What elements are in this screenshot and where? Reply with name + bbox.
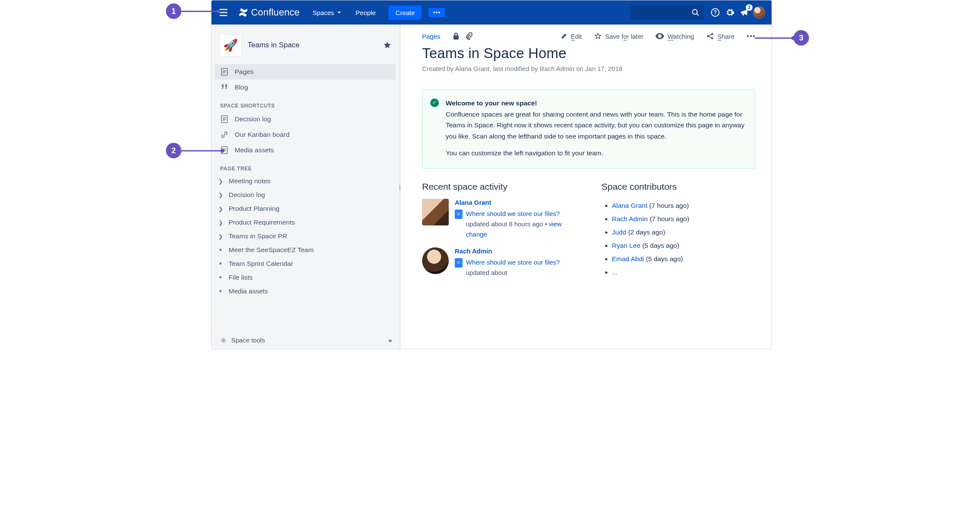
- contributor-item: Rach Admin (7 hours ago): [612, 212, 756, 225]
- svg-point-15: [747, 35, 749, 37]
- shortcut-item[interactable]: Our Kanban board: [211, 127, 399, 142]
- contributor-when: (5 days ago): [646, 255, 683, 262]
- space-name[interactable]: Teams in Space: [248, 41, 377, 49]
- space-logo[interactable]: 🚀: [219, 34, 242, 56]
- space-header: 🚀 Teams in Space: [211, 31, 399, 64]
- contributor-when: (7 hours ago): [649, 215, 689, 222]
- pagetree-heading: PAGE TREE: [211, 158, 399, 174]
- section-heading: Recent space activity: [422, 182, 576, 192]
- tree-item[interactable]: ❯Decision log: [211, 188, 399, 202]
- contributor-link[interactable]: Ryan Lee: [612, 242, 640, 249]
- annotation-1-line: [181, 11, 218, 12]
- sidebar-item-label: Media assets: [235, 146, 274, 154]
- tree-item[interactable]: ❯Product Planning: [211, 202, 399, 216]
- chevron-right-icon[interactable]: ❯: [216, 206, 225, 212]
- watch-button[interactable]: Watching: [655, 33, 694, 40]
- contributor-when: (5 days ago): [642, 242, 679, 249]
- chevron-right-icon[interactable]: ❯: [216, 192, 225, 198]
- share-button[interactable]: Share: [706, 32, 735, 40]
- space-tools[interactable]: Space tools «: [211, 331, 399, 349]
- confluence-logo[interactable]: Confluence: [234, 7, 304, 18]
- sidebar-item-label: Our Kanban board: [235, 131, 290, 139]
- ellipsis-icon: [433, 11, 441, 14]
- tree-item[interactable]: ❯Meeting notes: [211, 174, 399, 188]
- chevron-right-icon[interactable]: ❯: [216, 178, 225, 185]
- tree-item[interactable]: ❯Product Requirements: [211, 216, 399, 229]
- annotation-3-line: [755, 37, 793, 39]
- svg-point-14: [711, 37, 714, 40]
- breadcrumb-pages[interactable]: Pages: [422, 33, 441, 40]
- activity-page-link[interactable]: Where should we store our files?: [466, 259, 560, 266]
- attachments-button[interactable]: [466, 32, 472, 40]
- sidebar-pages[interactable]: Pages: [215, 64, 396, 80]
- contributor-more[interactable]: ...: [612, 265, 756, 279]
- search-icon: [692, 9, 699, 16]
- search-input[interactable]: [631, 5, 704, 20]
- profile-button[interactable]: [752, 5, 766, 20]
- chevron-right-icon[interactable]: ❯: [216, 219, 225, 226]
- share-icon: [706, 32, 714, 40]
- restrictions-button[interactable]: [453, 32, 459, 40]
- svg-point-2: [438, 12, 440, 13]
- notifications-button[interactable]: 2: [737, 5, 752, 20]
- page-title: Teams in Space Home: [422, 45, 755, 62]
- resize-handle[interactable]: ||: [399, 184, 400, 191]
- tree-item[interactable]: •File lists: [211, 271, 399, 284]
- ellipsis-icon: [747, 35, 755, 37]
- user-link[interactable]: Rach Admin: [455, 247, 576, 255]
- page-icon: ≡: [455, 258, 462, 268]
- bullet-icon: •: [216, 262, 225, 266]
- svg-point-1: [436, 12, 438, 13]
- sidebar-item-label: Blog: [235, 83, 248, 91]
- user-avatar[interactable]: [422, 199, 449, 225]
- chevron-right-icon[interactable]: ❯: [216, 233, 225, 240]
- help-icon: ?: [710, 8, 720, 17]
- tree-item-label: Media assets: [229, 287, 268, 295]
- save-for-later-button[interactable]: Save for later: [594, 32, 643, 40]
- shortcut-item[interactable]: Media assets: [211, 142, 399, 158]
- panel-title: Welcome to your new space!: [446, 99, 537, 107]
- lock-icon: [453, 32, 459, 40]
- activity-meta: updated about 8 hours ago: [466, 220, 543, 228]
- tree-item[interactable]: •Media assets: [211, 284, 399, 298]
- page-content: Pages Edit Save for later Watching: [401, 25, 772, 349]
- eye-icon: [655, 33, 664, 39]
- svg-point-11: [659, 35, 661, 37]
- user-avatar[interactable]: [422, 247, 449, 274]
- check-icon: ✓: [430, 99, 439, 107]
- contributor-link[interactable]: Emad Abdi: [612, 255, 644, 262]
- create-more-button[interactable]: [429, 8, 445, 17]
- nav-spaces[interactable]: Spaces: [307, 6, 347, 20]
- svg-point-16: [750, 35, 752, 37]
- activity-page-link[interactable]: Where should we store our files?: [466, 210, 560, 217]
- contributor-when: (2 days ago): [628, 228, 665, 236]
- contributor-link[interactable]: Rach Admin: [612, 215, 648, 222]
- more-actions-button[interactable]: [747, 35, 755, 37]
- product-name: Confluence: [251, 7, 300, 18]
- gear-icon: [220, 337, 227, 344]
- tree-item[interactable]: ❯Teams in Space PR: [211, 229, 399, 243]
- svg-point-0: [433, 12, 435, 13]
- pencil-icon: [560, 33, 567, 40]
- tree-item[interactable]: •Team Sprint Calendar: [211, 257, 399, 271]
- bullet-icon: •: [216, 289, 225, 293]
- space-sidebar: 🚀 Teams in Space Pages Blog SPACE SHORTC…: [211, 25, 401, 349]
- contributor-link[interactable]: Judd: [612, 228, 627, 236]
- user-link[interactable]: Alana Grant: [455, 199, 576, 206]
- shortcut-item[interactable]: Decision log: [211, 111, 399, 127]
- annotation-3: 3: [793, 30, 809, 46]
- edit-button[interactable]: Edit: [560, 33, 582, 40]
- contributors-section: Space contributors Alana Grant (7 hours …: [602, 182, 756, 286]
- create-button[interactable]: Create: [389, 6, 422, 20]
- collapse-sidebar-button[interactable]: «: [389, 336, 391, 344]
- tree-item[interactable]: •Meet the SeeSpaceEZ Team: [211, 243, 399, 257]
- settings-button[interactable]: [723, 5, 737, 20]
- help-button[interactable]: ?: [708, 5, 723, 20]
- contributor-when: (7 hours ago): [649, 202, 689, 209]
- nav-people[interactable]: People: [350, 6, 381, 20]
- app-window: Confluence Spaces People Create ?: [211, 0, 772, 349]
- favorite-space-button[interactable]: [383, 41, 392, 49]
- section-heading: Space contributors: [602, 182, 756, 192]
- sidebar-blog[interactable]: Blog: [211, 80, 399, 95]
- contributor-link[interactable]: Alana Grant: [612, 202, 648, 209]
